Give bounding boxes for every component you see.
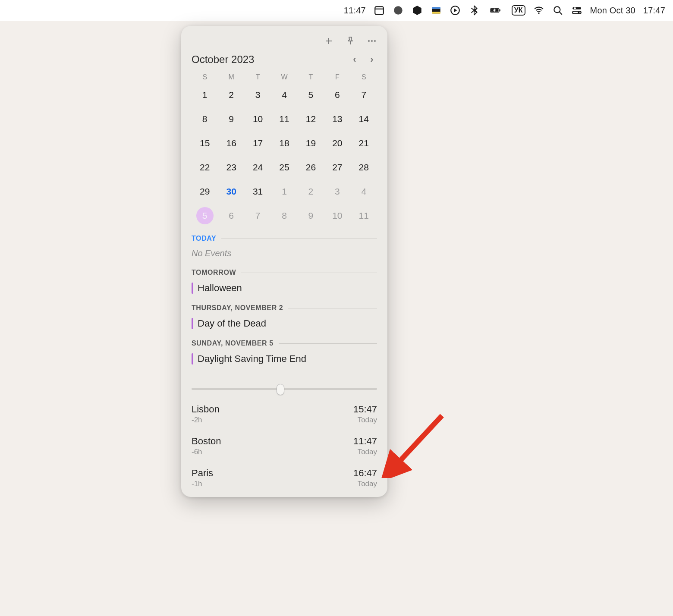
event-row[interactable]: Halloween bbox=[192, 283, 377, 294]
svg-rect-5 bbox=[432, 7, 440, 9]
bluetooth-icon[interactable] bbox=[469, 5, 480, 16]
menubar-date[interactable]: Mon Oct 30 bbox=[590, 6, 635, 16]
calendar-popover: October 2023 ‹ › SMTWTFS 123456789101112… bbox=[181, 26, 387, 497]
calendar-day[interactable]: 11 bbox=[271, 110, 297, 128]
hexagon-app-icon[interactable] bbox=[412, 5, 423, 16]
circle-app-icon[interactable] bbox=[393, 5, 404, 16]
keyboard-layout-indicator[interactable]: УК bbox=[512, 5, 525, 16]
section-header: THURSDAY, NOVEMBER 2 bbox=[192, 304, 377, 312]
calendar-day[interactable]: 27 bbox=[324, 159, 350, 176]
calendar-day[interactable]: 7 bbox=[245, 207, 271, 224]
timezone-city: Paris bbox=[192, 468, 213, 479]
calendar-day[interactable]: 28 bbox=[351, 159, 377, 176]
weekday-row: SMTWTFS bbox=[192, 73, 377, 81]
calendar-day[interactable]: 4 bbox=[271, 86, 297, 104]
calendar-day[interactable]: 14 bbox=[351, 110, 377, 128]
calendar-day[interactable]: 1 bbox=[271, 183, 297, 200]
prev-month-button[interactable]: ‹ bbox=[349, 54, 360, 65]
event-title: Daylight Saving Time End bbox=[198, 353, 306, 365]
time-slider[interactable] bbox=[192, 386, 377, 392]
calendar-grid: 1234567891011121314151617181920212223242… bbox=[192, 86, 377, 224]
menubar-widget-time[interactable]: 11:47 bbox=[344, 6, 366, 16]
calendar-day[interactable]: 6 bbox=[218, 207, 244, 224]
event-row[interactable]: Daylight Saving Time End bbox=[192, 353, 377, 365]
svg-point-18 bbox=[574, 7, 576, 9]
weekday-label: S bbox=[192, 73, 218, 81]
no-events-label: No Events bbox=[192, 248, 377, 258]
next-month-button[interactable]: › bbox=[367, 54, 377, 65]
more-button[interactable] bbox=[367, 36, 377, 46]
slider-thumb[interactable] bbox=[277, 384, 284, 395]
add-button[interactable] bbox=[324, 36, 334, 46]
timezone-row[interactable]: Lisbon-2h15:47Today bbox=[192, 404, 377, 424]
svg-rect-6 bbox=[432, 12, 440, 13]
calendar-nav: ‹ › bbox=[349, 54, 377, 65]
battery-charging-icon[interactable] bbox=[487, 5, 504, 16]
calendar-day[interactable]: 5 bbox=[192, 207, 218, 224]
calendar-day[interactable]: 2 bbox=[298, 183, 324, 200]
calendar-day[interactable]: 20 bbox=[324, 135, 350, 152]
svg-rect-10 bbox=[499, 9, 500, 11]
play-circle-icon[interactable] bbox=[450, 5, 461, 16]
svg-point-13 bbox=[538, 13, 539, 14]
event-color-bar bbox=[192, 283, 193, 294]
calendar-day[interactable]: 9 bbox=[218, 110, 244, 128]
calendar-day[interactable]: 23 bbox=[218, 159, 244, 176]
svg-point-14 bbox=[554, 6, 560, 13]
timezone-row[interactable]: Boston-6h11:47Today bbox=[192, 436, 377, 456]
pin-button[interactable] bbox=[345, 36, 355, 46]
timezone-time: 16:47 bbox=[353, 468, 377, 479]
search-icon[interactable] bbox=[552, 5, 563, 16]
calendar-day[interactable]: 8 bbox=[271, 207, 297, 224]
calendar-day[interactable]: 25 bbox=[271, 159, 297, 176]
calendar-day[interactable]: 4 bbox=[351, 183, 377, 200]
calendar-day[interactable]: 10 bbox=[324, 207, 350, 224]
notes-app-icon[interactable] bbox=[431, 5, 442, 16]
calendar-day[interactable]: 1 bbox=[192, 86, 218, 104]
calendar-day[interactable]: 17 bbox=[245, 135, 271, 152]
weekday-label: S bbox=[351, 73, 377, 81]
calendar-icon[interactable] bbox=[374, 5, 385, 16]
section-header: TOMORROW bbox=[192, 269, 377, 277]
calendar-day[interactable]: 22 bbox=[192, 159, 218, 176]
calendar-day[interactable]: 18 bbox=[271, 135, 297, 152]
calendar-day[interactable]: 29 bbox=[192, 183, 218, 200]
control-center-icon[interactable] bbox=[571, 5, 582, 16]
section-rule bbox=[241, 273, 377, 273]
event-color-bar bbox=[192, 353, 193, 365]
calendar-day[interactable]: 26 bbox=[298, 159, 324, 176]
menubar-time[interactable]: 17:47 bbox=[643, 6, 665, 16]
calendar-day[interactable]: 7 bbox=[351, 86, 377, 104]
calendar-day[interactable]: 6 bbox=[324, 86, 350, 104]
calendar-day[interactable]: 15 bbox=[192, 135, 218, 152]
calendar-day[interactable]: 31 bbox=[245, 183, 271, 200]
calendar-day[interactable]: 11 bbox=[351, 207, 377, 224]
calendar-day[interactable]: 5 bbox=[298, 86, 324, 104]
timezone-row[interactable]: Paris-1h16:47Today bbox=[192, 468, 377, 488]
section-label: SUNDAY, NOVEMBER 5 bbox=[192, 339, 274, 347]
section-label: THURSDAY, NOVEMBER 2 bbox=[192, 304, 283, 312]
calendar-day[interactable]: 12 bbox=[298, 110, 324, 128]
calendar-day[interactable]: 8 bbox=[192, 110, 218, 128]
event-row[interactable]: Day of the Dead bbox=[192, 318, 377, 329]
wifi-icon[interactable] bbox=[533, 5, 544, 16]
timezone-city: Lisbon bbox=[192, 404, 220, 415]
calendar-day[interactable]: 21 bbox=[351, 135, 377, 152]
popover-toolbar bbox=[192, 33, 377, 49]
calendar-day[interactable]: 2 bbox=[218, 86, 244, 104]
calendar-day[interactable]: 30 bbox=[218, 183, 244, 200]
weekday-label: T bbox=[298, 73, 324, 81]
svg-line-26 bbox=[394, 416, 442, 467]
timezone-offset: -6h bbox=[192, 448, 221, 456]
calendar-day[interactable]: 3 bbox=[324, 183, 350, 200]
calendar-day[interactable]: 16 bbox=[218, 135, 244, 152]
timezone-time: 15:47 bbox=[353, 404, 377, 415]
calendar-day[interactable]: 13 bbox=[324, 110, 350, 128]
calendar-day[interactable]: 19 bbox=[298, 135, 324, 152]
calendar-day[interactable]: 9 bbox=[298, 207, 324, 224]
svg-point-24 bbox=[374, 40, 376, 42]
calendar-day[interactable]: 10 bbox=[245, 110, 271, 128]
calendar-day[interactable]: 24 bbox=[245, 159, 271, 176]
timezone-list: Lisbon-2h15:47TodayBoston-6h11:47TodayPa… bbox=[192, 404, 377, 488]
calendar-day[interactable]: 3 bbox=[245, 86, 271, 104]
